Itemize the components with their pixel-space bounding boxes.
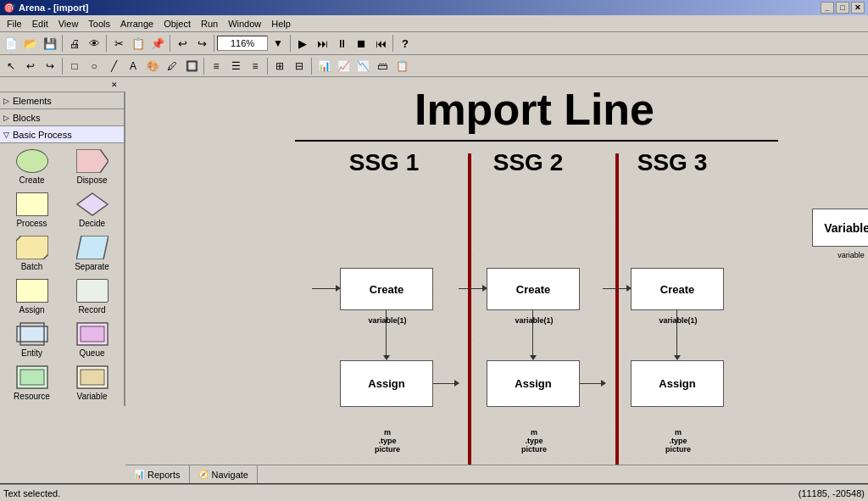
- panel-item-separate[interactable]: Separate: [64, 233, 120, 273]
- border-btn[interactable]: 🔲: [182, 57, 201, 75]
- ssg2-create-text: Create: [516, 283, 550, 296]
- ssg1-assign-block[interactable]: Assign m .type picture: [340, 360, 433, 407]
- preview-button[interactable]: 👁: [85, 34, 103, 53]
- panel-item-resource[interactable]: Resource: [3, 363, 60, 403]
- ssg3-assign-block[interactable]: Assign m .type picture: [631, 360, 724, 407]
- reports-tab[interactable]: 📊 Reports: [125, 465, 190, 483]
- sep1: [62, 35, 63, 52]
- panel-item-create[interactable]: Create: [3, 147, 60, 186]
- misc1-btn[interactable]: ⊞: [270, 57, 289, 75]
- paste-button[interactable]: 📌: [148, 34, 167, 53]
- ssg2-header: SSG 2: [477, 149, 579, 176]
- ssg3-input-arrow: [603, 288, 631, 289]
- pause-button[interactable]: ⏸: [332, 34, 351, 53]
- new-button[interactable]: 📄: [2, 34, 20, 53]
- close-button[interactable]: ✕: [851, 2, 865, 14]
- panel-item-assign[interactable]: Assign: [3, 276, 60, 316]
- queue-label: Queue: [79, 348, 104, 358]
- canvas-scroll-area[interactable]: Import Line SSG 1 SSG 2 SSG 3 Variables …: [125, 77, 868, 465]
- align-center-btn[interactable]: ☰: [226, 57, 245, 75]
- menu-item-tools[interactable]: Tools: [83, 17, 115, 31]
- step-button[interactable]: ⏭: [313, 34, 331, 53]
- copy-button[interactable]: 📋: [129, 34, 147, 53]
- entity-icon: [15, 321, 49, 347]
- status-coords: (11185, -20548): [798, 488, 865, 498]
- panel-item-process[interactable]: Process: [3, 190, 60, 230]
- menu-item-window[interactable]: Window: [223, 17, 266, 31]
- ssg2-assign-block[interactable]: Assign m .type picture: [487, 360, 580, 407]
- svg-marker-2: [16, 236, 48, 259]
- svg-marker-1: [77, 193, 108, 215]
- chart4-btn[interactable]: 🗃: [373, 57, 392, 75]
- chart5-btn[interactable]: 📋: [392, 57, 411, 75]
- help-button[interactable]: ?: [396, 34, 415, 53]
- sep6: [392, 35, 393, 52]
- chart3-btn[interactable]: 📉: [353, 57, 372, 75]
- line-btn[interactable]: ╱: [104, 57, 123, 75]
- arrow-btn[interactable]: ↖: [2, 57, 20, 75]
- menu-item-run[interactable]: Run: [196, 17, 223, 31]
- panel-item-entity[interactable]: Entity: [3, 320, 60, 359]
- rect-btn[interactable]: □: [65, 57, 84, 75]
- menu-item-object[interactable]: Object: [159, 17, 196, 31]
- menu-item-file[interactable]: File: [2, 17, 27, 31]
- redo-button[interactable]: ↪: [192, 34, 211, 53]
- ssg3-create-block[interactable]: Create variable(1): [631, 268, 724, 310]
- minimize-button[interactable]: _: [821, 2, 834, 14]
- process-label: Process: [16, 219, 47, 228]
- chart2-btn[interactable]: 📈: [334, 57, 353, 75]
- open-button[interactable]: 📂: [21, 34, 40, 53]
- assign-label: Assign: [19, 305, 44, 315]
- zoom-box[interactable]: 116%: [217, 36, 268, 51]
- ssg1-assign-text: Assign: [368, 377, 404, 390]
- reports-tab-label: Reports: [147, 470, 181, 480]
- menu-item-help[interactable]: Help: [266, 17, 296, 31]
- variable-icon: [75, 365, 109, 390]
- menu-item-arrange[interactable]: Arrange: [115, 17, 159, 31]
- menu-item-edit[interactable]: Edit: [27, 17, 53, 31]
- panel-close-btn[interactable]: ✕: [105, 79, 124, 91]
- panel-item-batch[interactable]: Batch: [3, 233, 60, 273]
- ellipse-btn[interactable]: ○: [85, 57, 103, 75]
- align-right-btn[interactable]: ≡: [246, 57, 264, 75]
- entity-label: Entity: [21, 348, 42, 358]
- panel-item-queue[interactable]: Queue: [64, 320, 120, 359]
- ssg1-assign-labels: m .type picture: [337, 428, 438, 454]
- menu-item-view[interactable]: View: [53, 17, 84, 31]
- panel-tab-basic-process[interactable]: ▽ Basic Process: [0, 126, 124, 143]
- fill-btn[interactable]: 🎨: [143, 57, 162, 75]
- maximize-button[interactable]: □: [836, 2, 849, 14]
- panel-tab-blocks[interactable]: ▷ Blocks: [0, 109, 124, 126]
- run-button[interactable]: ▶: [293, 34, 312, 53]
- back-button[interactable]: ⏮: [371, 34, 390, 53]
- cut-button[interactable]: ✂: [109, 34, 128, 53]
- panel-item-record[interactable]: Record: [64, 276, 120, 316]
- panel-tab-elements[interactable]: ▷ Elements: [0, 92, 124, 109]
- sep3: [170, 35, 170, 52]
- panel-item-variable[interactable]: Variable: [64, 363, 120, 403]
- misc2-btn[interactable]: ⊟: [290, 57, 309, 75]
- navigate-tab[interactable]: 🧭 Navigate: [190, 465, 258, 483]
- panel-item-dispose[interactable]: Dispose: [64, 147, 120, 186]
- undo-button[interactable]: ↩: [173, 34, 192, 53]
- ssg1-input-arrow: [312, 288, 340, 289]
- save-button[interactable]: 💾: [41, 34, 59, 53]
- zoom-dropdown[interactable]: ▼: [269, 34, 287, 53]
- redo2-btn[interactable]: ↪: [41, 57, 59, 75]
- color-btn[interactable]: 🖊: [163, 57, 181, 75]
- undo2-btn[interactable]: ↩: [21, 57, 40, 75]
- panel-top-controls: ✕: [0, 77, 125, 92]
- panel-tabs: ▷ Elements ▷ Blocks ▽ Basic Process: [0, 92, 124, 143]
- stop-button[interactable]: ⏹: [352, 34, 370, 53]
- print-button[interactable]: 🖨: [65, 34, 84, 53]
- ssg2-create-block[interactable]: Create variable(1): [487, 268, 580, 310]
- panel-item-decide[interactable]: Decide: [64, 190, 120, 230]
- variables-box[interactable]: Variables variable: [812, 209, 868, 247]
- chart1-btn[interactable]: 📊: [314, 57, 333, 75]
- blocks-tab-label: Blocks: [13, 113, 40, 123]
- basic-process-tab-label: Basic Process: [13, 130, 72, 140]
- ssg1-create-block[interactable]: Create variable(1): [340, 268, 433, 310]
- align-left-btn[interactable]: ≡: [207, 57, 225, 75]
- text-btn[interactable]: A: [124, 57, 142, 75]
- title-bar-left: 🎯 Arena - [import]: [3, 3, 89, 14]
